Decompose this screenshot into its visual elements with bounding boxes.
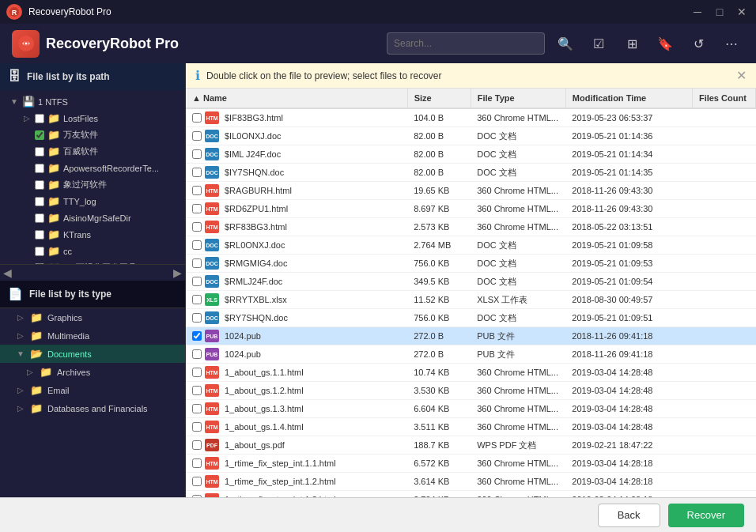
col-header-size[interactable]: Size [407,89,471,108]
table-row[interactable]: DOC $RY7SHQN.doc 756.0 KB DOC 文档 2019-05… [186,309,756,327]
row-checkbox[interactable] [192,186,202,195]
type-item-graphics[interactable]: ▷ 📁 Graphics [0,308,185,326]
svg-text:R: R [12,9,17,17]
grid-icon[interactable]: ⊞ [619,31,644,56]
col-header-count[interactable]: Files Count [692,89,755,108]
search-icon[interactable]: 🔍 [553,31,578,56]
tree-item-apowersoft[interactable]: 📁 ApowersoftRecorderTe... [0,160,185,176]
refresh-icon[interactable]: ↺ [686,31,711,56]
row-checkbox[interactable] [192,131,202,141]
ktrans-checkbox[interactable] [35,230,44,240]
table-row[interactable]: HTM 1_rtime_fix_step_int.1.2.html 3.614 … [186,473,756,491]
scroll-left-icon[interactable]: ◀ [3,266,12,279]
row-checkbox[interactable] [192,240,202,250]
row-checkbox[interactable] [192,313,202,323]
tree-item-aisino[interactable]: 📁 AisinoMgrSafeDir [0,209,185,226]
row-checkbox[interactable] [192,422,202,432]
row-checkbox[interactable] [192,349,202,359]
row-checkbox[interactable] [192,331,202,341]
table-row[interactable]: HTM 1_about_gs.1.4.html 3.511 KB 360 Chr… [186,418,756,436]
row-checkbox[interactable] [192,458,202,468]
scroll-right-icon[interactable]: ▶ [173,266,182,279]
aisino-checkbox[interactable] [35,213,44,223]
tree-item-baiwei[interactable]: 📁 百威软件 [0,143,185,160]
row-checkbox[interactable] [192,222,202,232]
table-row[interactable]: HTM 1_rtime_fix_step_int.1.3.html 3.794 … [186,491,756,498]
tree-item-ttylog[interactable]: 📁 TTY_log [0,193,185,209]
close-button[interactable]: ✕ [734,4,750,20]
type-item-archives[interactable]: ▷ 📁 Archives [0,363,185,381]
tree-item-wanyou[interactable]: 📁 万友软件 [0,126,185,143]
row-checkbox[interactable] [192,168,202,177]
lostfiles-checkbox[interactable] [35,114,44,123]
sidebar: 🗄 File list by its path ▼ 💾 1 NTFS ▷ 📁 L… [0,63,186,497]
row-checkbox[interactable] [192,495,202,497]
apowersoft-checkbox[interactable] [35,164,44,173]
maximize-button[interactable]: □ [712,4,728,20]
file-count [692,236,755,255]
file-count [692,182,755,200]
row-checkbox[interactable] [192,440,202,450]
wanyou-checkbox[interactable] [35,130,44,140]
file-count [692,400,755,418]
row-checkbox[interactable] [192,113,202,123]
type-item-email[interactable]: ▷ 📁 Email [0,381,185,399]
back-button[interactable]: Back [598,504,660,527]
row-checkbox[interactable] [192,368,202,377]
tree-item-xiangguo[interactable]: 📁 象过河软件 [0,176,185,193]
table-row[interactable]: DOC $IL0ONXJ.doc 82.00 B DOC 文档 2019-05-… [186,127,756,145]
file-name: 1024.pub [225,349,261,359]
checkbox-icon[interactable]: ☑ [586,31,611,56]
col-header-mtime[interactable]: Modification Time [565,89,692,108]
table-row[interactable]: HTM 1_about_gs.1.3.html 6.604 KB 360 Chr… [186,400,756,418]
row-checkbox[interactable] [192,149,202,159]
tree-item-ntfs[interactable]: ▼ 💾 1 NTFS [0,93,185,110]
table-row[interactable]: HTM $RD6ZPU1.html 8.697 KB 360 Chrome HT… [186,200,756,218]
table-row[interactable]: HTM 1_about_gs.1.1.html 10.74 KB 360 Chr… [186,364,756,382]
ttylog-checkbox[interactable] [35,197,44,206]
cc-checkbox[interactable] [35,247,44,256]
row-checkbox[interactable] [192,258,202,268]
tree-item-ktrans[interactable]: 📁 KTrans [0,226,185,243]
app-logo-icon [12,30,40,58]
table-row[interactable]: HTM $IF83BG3.html 104.0 B 360 Chrome HTM… [186,108,756,127]
row-checkbox[interactable] [192,477,202,486]
table-row[interactable]: HTM $RAGBURH.html 19.65 KB 360 Chrome HT… [186,182,756,200]
menu-icon[interactable]: ⋯ [719,31,744,56]
bookmark-icon[interactable]: 🔖 [652,31,678,56]
row-checkbox[interactable] [192,204,202,213]
row-checkbox[interactable] [192,295,202,304]
table-row[interactable]: DOC $RL0ONXJ.doc 2.764 MB DOC 文档 2019-05… [186,236,756,255]
table-row[interactable]: HTM $RF83BG3.html 2.573 KB 360 Chrome HT… [186,218,756,236]
xiangguo-checkbox[interactable] [35,180,44,190]
sidebar-path-header: 🗄 File list by its path [0,63,185,90]
table-row[interactable]: DOC $RMGMIG4.doc 756.0 KB DOC 文档 2019-05… [186,255,756,273]
sidebar-type-header: 📄 File list by its type [0,281,185,308]
table-row[interactable]: DOC $IY7SHQN.doc 82.00 B DOC 文档 2019-05-… [186,164,756,182]
table-row[interactable]: HTM 1_rtime_fix_step_int.1.1.html 6.572 … [186,455,756,473]
type-item-databases[interactable]: ▷ 📁 Databases and Financials [0,399,185,417]
file-mtime: 2019-05-21 01:09:58 [565,236,692,255]
info-close-button[interactable]: ✕ [736,68,747,83]
tree-item-lostfiles[interactable]: ▷ 📁 LostFiles [0,110,185,126]
table-row[interactable]: PDF 1_about_gs.pdf 188.7 KB WPS PDF 文档 2… [186,436,756,455]
col-header-type[interactable]: File Type [471,89,565,108]
table-row[interactable]: XLS $RRYTXBL.xlsx 11.52 KB XLSX 工作表 2018… [186,291,756,309]
baiwei-checkbox[interactable] [35,147,44,157]
table-row[interactable]: PUB 1024.pub 272.0 B PUB 文件 2018-11-26 0… [186,345,756,364]
table-row[interactable]: PUB 1024.pub 272.0 B PUB 文件 2018-11-26 0… [186,327,756,345]
minimize-button[interactable]: ─ [690,4,705,20]
search-input[interactable] [387,32,545,55]
row-checkbox[interactable] [192,277,202,286]
col-header-name[interactable]: ▲ Name [186,89,407,108]
table-row[interactable]: DOC $RMLJ24F.doc 349.5 KB DOC 文档 2019-05… [186,273,756,291]
table-row[interactable]: DOC $IML J24F.doc 82.00 B DOC 文档 2019-05… [186,145,756,164]
type-item-documents[interactable]: ▼ 📂 Documents [0,345,185,363]
type-item-multimedia[interactable]: ▷ 📁 Multimedia [0,326,185,345]
recover-button[interactable]: Recover [668,504,744,527]
row-checkbox[interactable] [192,404,202,413]
file-type-icon: DOC [205,166,219,179]
tree-item-cc[interactable]: 📁 cc [0,243,185,259]
table-row[interactable]: HTM 1_about_gs.1.2.html 3.530 KB 360 Chr… [186,382,756,400]
row-checkbox[interactable] [192,386,202,395]
